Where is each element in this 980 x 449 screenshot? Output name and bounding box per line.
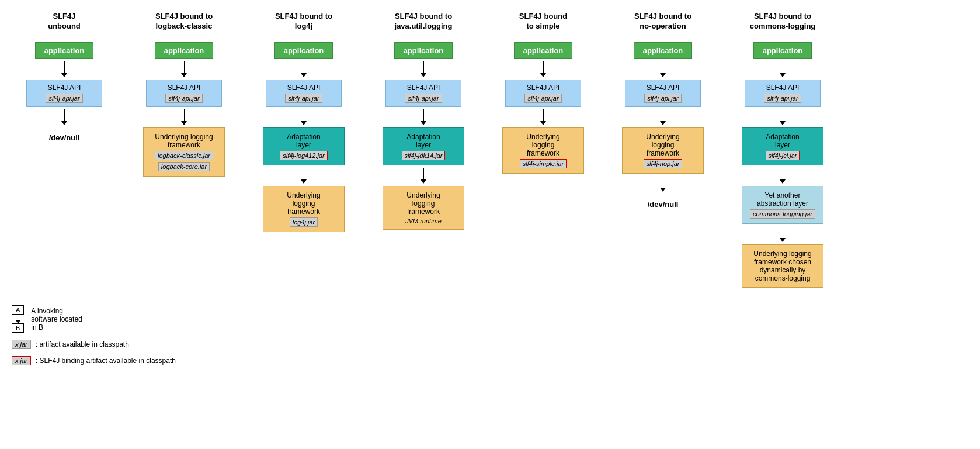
jar-label: slf4j-api.jar xyxy=(524,94,561,103)
box-label: Adaptation layer xyxy=(268,133,339,149)
jar-label: slf4j-api.jar xyxy=(46,94,82,103)
jar-label: slf4j-jcl.jar xyxy=(766,151,800,160)
underlying-logging-box: Underlying logging frameworklog4j.jar xyxy=(263,186,345,232)
jar-label: slf4j-log412.jar xyxy=(280,151,328,160)
arrow xyxy=(301,61,307,77)
jar-label: slf4j-nop.jar xyxy=(644,159,683,168)
arrow-line xyxy=(783,168,783,179)
jar-label: slf4j-jdk14.jar xyxy=(402,151,446,160)
jar-label: log4j.jar xyxy=(290,217,318,227)
box-label: Underlying logging framework xyxy=(627,133,698,157)
diagram-column: SLF4J bound to logback-classicapplicatio… xyxy=(126,12,242,288)
legend-description: : artifact available in classpath xyxy=(36,340,129,348)
arrow xyxy=(540,109,546,125)
arrow-head xyxy=(301,179,307,184)
arrow xyxy=(301,109,307,125)
application-box: application xyxy=(274,42,333,59)
arrow xyxy=(780,61,786,77)
arrow-head xyxy=(181,73,187,77)
arrow-head xyxy=(540,73,546,77)
box-label: Yet another abstraction layer xyxy=(747,191,818,208)
arrow-head xyxy=(660,188,666,192)
main-content: SLF4J unboundapplicationSLF4J APIslf4j-a… xyxy=(0,0,980,377)
jar-label: logback-core.jar xyxy=(158,162,210,171)
jar-label: logback-classic.jar xyxy=(155,151,213,160)
devnull-label: /dev/null xyxy=(648,200,679,209)
arrow-line xyxy=(543,61,544,73)
adaptation-layer-box: Adaptation layerslf4j-log412.jar xyxy=(263,127,345,165)
legend-description: : SLF4J binding artifact available in cl… xyxy=(36,357,176,365)
adaptation-layer-box: Adaptation layerslf4j-jcl.jar xyxy=(742,127,823,165)
jar-label: JVM runtime xyxy=(388,217,459,224)
underlying-logging-box: Underlying logging frameworkslf4j-nop.ja… xyxy=(622,127,704,174)
diagram-column: SLF4J unboundapplicationSLF4J APIslf4j-a… xyxy=(6,12,123,288)
arrow xyxy=(61,61,67,77)
application-box: application xyxy=(753,42,812,59)
arrow-line xyxy=(423,61,424,73)
column-title: SLF4J bound to no-operation xyxy=(634,12,691,35)
box-label: SLF4J API xyxy=(151,84,217,92)
arrow-line xyxy=(184,61,185,73)
arrow-line xyxy=(423,168,424,179)
application-box: application xyxy=(35,42,93,59)
legend-arrow-line xyxy=(18,315,18,320)
column-title: SLF4J bound to java.util.logging xyxy=(395,12,453,35)
arrow-head xyxy=(660,121,666,125)
diagram-column: SLF4J bound to simpleapplicationSLF4J AP… xyxy=(485,12,602,288)
b-box: B xyxy=(12,323,24,333)
jar-label: slf4j-api.jar xyxy=(165,94,202,103)
arrow-head xyxy=(301,73,307,77)
box-label: Underlying logging framework xyxy=(388,191,459,216)
arrow xyxy=(421,168,426,184)
arrow-head xyxy=(301,121,307,125)
arrow-head xyxy=(780,179,786,184)
arrow-head xyxy=(660,73,666,77)
slf4j-api-box: SLF4J APIslf4j-api.jar xyxy=(505,80,581,107)
box-label: Underlying logging framework xyxy=(268,191,339,216)
column-title: SLF4J bound to logback-classic xyxy=(155,12,213,35)
underlying-logging-box: Underlying logging frameworkslf4j-simple… xyxy=(502,127,584,174)
slf4j-api-box: SLF4J APIslf4j-api.jar xyxy=(625,80,701,107)
jar-label: slf4j-api.jar xyxy=(285,94,322,103)
arrow-line xyxy=(304,168,304,179)
arrow-line xyxy=(663,176,663,188)
box-label: SLF4J API xyxy=(32,84,97,92)
arrow xyxy=(301,168,307,184)
arrow-line xyxy=(783,61,783,73)
column-title: SLF4J bound to commons-logging xyxy=(750,12,816,35)
columns-row: SLF4J unboundapplicationSLF4J APIslf4j-a… xyxy=(0,0,980,299)
diagram-column: SLF4J bound to log4japplicationSLF4J API… xyxy=(245,12,362,288)
arrow-head xyxy=(780,238,786,242)
diagram-column: SLF4J bound to java.util.loggingapplicat… xyxy=(365,12,482,288)
arrow xyxy=(660,61,666,77)
arrow-line xyxy=(64,109,65,121)
arrow xyxy=(660,109,666,125)
adaptation-layer-box: Adaptation layerslf4j-jdk14.jar xyxy=(383,127,464,165)
legend-item: x.jar: artifact available in classpath xyxy=(12,340,968,349)
legend-item: x.jar: SLF4J binding artifact available … xyxy=(12,356,968,365)
box-label: SLF4J API xyxy=(630,84,696,92)
arrow-line xyxy=(304,61,304,73)
legend-jar-box: x.jar xyxy=(12,340,31,349)
arrow xyxy=(780,226,786,242)
jar-label: slf4j-api.jar xyxy=(405,94,442,103)
ab-box: AB xyxy=(12,305,24,333)
slf4j-api-box: SLF4J APIslf4j-api.jar xyxy=(745,80,821,107)
arrow xyxy=(61,109,67,125)
arrow-head xyxy=(61,73,67,77)
arrow-line xyxy=(304,109,304,121)
slf4j-api-box: SLF4J APIslf4j-api.jar xyxy=(266,80,342,107)
box-label: SLF4J API xyxy=(510,84,576,92)
application-box: application xyxy=(514,42,572,59)
arrow-head xyxy=(780,73,786,77)
arrow-line xyxy=(423,109,424,121)
arrow xyxy=(540,61,546,77)
legend-jar-box: x.jar xyxy=(12,356,31,365)
box-label: Adaptation layer xyxy=(747,133,818,149)
box-label: Underlying logging framework chosen dyna… xyxy=(747,250,818,282)
legend-arrow xyxy=(16,315,20,323)
bottom-legend: ABA invoking software located in Bx.jar:… xyxy=(0,299,980,377)
jar-label: slf4j-api.jar xyxy=(764,94,801,103)
arrow-head xyxy=(181,121,187,125)
arrow-line xyxy=(184,109,185,121)
